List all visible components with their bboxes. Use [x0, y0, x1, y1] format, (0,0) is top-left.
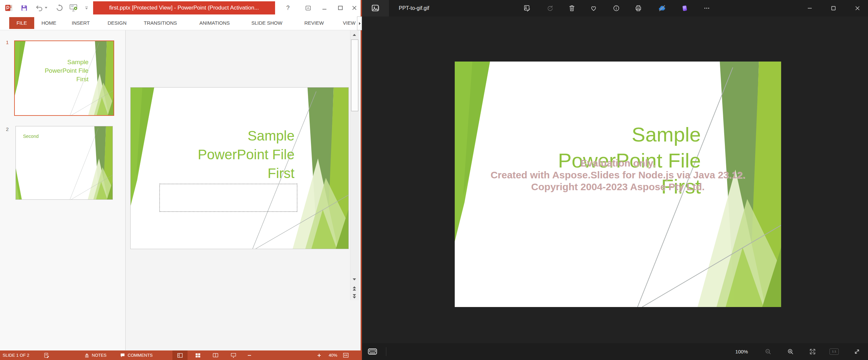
slide-show-view-button[interactable]: [226, 351, 241, 360]
clipchamp-button[interactable]: [678, 1, 692, 16]
heart-icon: [590, 5, 597, 12]
photos-app-icon: [371, 4, 380, 13]
previous-slide-button[interactable]: [350, 285, 359, 292]
tab-animations[interactable]: ANIMATIONS: [199, 16, 230, 30]
slides-panel: 1 Sample PowerPoint File F: [0, 30, 126, 351]
rotate-icon: [546, 5, 553, 12]
minimize-button[interactable]: [318, 0, 331, 16]
actual-size-icon: 1:1: [830, 349, 839, 355]
zoom-out-button[interactable]: [247, 351, 251, 360]
delete-button[interactable]: [565, 1, 579, 16]
edit-image-button[interactable]: [520, 1, 534, 16]
scroll-up-button[interactable]: [350, 31, 359, 38]
slide-2-thumbnail-title: Second: [23, 133, 38, 139]
favorite-button[interactable]: [586, 1, 601, 16]
ribbon-display-options-button[interactable]: [301, 0, 315, 16]
zoom-in-icon: [787, 348, 794, 355]
slide-title-text[interactable]: Sample PowerPoint File First: [198, 126, 294, 183]
info-icon: [613, 5, 620, 12]
photos-close-button[interactable]: [847, 0, 868, 17]
tab-design[interactable]: DESIGN: [107, 16, 127, 30]
scroll-down-button[interactable]: [350, 276, 359, 283]
tab-home[interactable]: HOME: [41, 16, 56, 30]
photos-bottom-bar: 100% 1:1: [362, 343, 868, 360]
repeat-button[interactable]: [54, 2, 65, 14]
tab-slide-show[interactable]: SLIDE SHOW: [251, 16, 282, 30]
tab-view[interactable]: VIEW: [343, 16, 355, 30]
maximize-icon: [831, 6, 836, 10]
photos-maximize-button[interactable]: [823, 0, 844, 17]
bottom-bar-divider: [386, 347, 386, 356]
powerpoint-logo-icon: [3, 2, 15, 14]
spell-check-button[interactable]: [44, 351, 49, 360]
tab-insert[interactable]: INSERT: [72, 16, 90, 30]
file-info-button[interactable]: [609, 1, 623, 16]
zoom-in-button[interactable]: [317, 351, 321, 360]
double-chevron-up-icon: [353, 289, 356, 291]
edit-image-icon: [524, 5, 531, 12]
comments-button[interactable]: COMMENTS: [120, 351, 153, 360]
onedrive-status-button[interactable]: [655, 1, 669, 16]
photos-minimize-button[interactable]: [800, 0, 820, 17]
reading-view-icon: [213, 353, 218, 358]
tab-transitions[interactable]: TRANSITIONS: [144, 16, 177, 30]
subtitle-placeholder[interactable]: [159, 184, 298, 212]
slide-canvas[interactable]: Sample PowerPoint File First: [130, 87, 349, 249]
double-chevron-down-icon: [353, 294, 356, 296]
chevron-right-icon: [359, 22, 361, 25]
tab-review[interactable]: REVIEW: [304, 16, 324, 30]
slide-show-icon: [231, 353, 236, 358]
fit-slide-to-window-button[interactable]: [343, 351, 349, 360]
triangle-down-icon: [353, 278, 356, 280]
save-button[interactable]: [19, 2, 29, 14]
filmstrip-toggle-button[interactable]: [365, 345, 380, 358]
editor-scrollbar-thumb[interactable]: [351, 39, 358, 111]
double-chevron-up-icon: [353, 286, 356, 288]
slide-2-number: 2: [6, 126, 8, 132]
filmstrip-toggle-icon: [368, 348, 377, 355]
minus-icon: [247, 353, 251, 357]
photos-window: PPT-to-gif.gif: [362, 0, 868, 360]
slide-1-thumbnail-title: Sample PowerPoint File First: [45, 58, 89, 84]
close-button[interactable]: [348, 0, 361, 16]
maximize-button[interactable]: [334, 0, 347, 16]
slide-indicator: SLIDE 1 OF 2: [3, 351, 29, 360]
tab-file[interactable]: FILE: [9, 17, 34, 29]
notes-button[interactable]: NOTES: [84, 351, 106, 360]
see-more-button[interactable]: [700, 1, 714, 16]
delete-icon: [568, 5, 576, 12]
zoom-percent[interactable]: 40%: [324, 351, 337, 360]
photos-gallery-button[interactable]: [362, 0, 389, 17]
spell-check-icon: [44, 353, 49, 358]
slide-2-thumbnail[interactable]: Second: [16, 126, 113, 200]
notes-icon: [84, 353, 90, 358]
triangle-up-icon: [353, 34, 356, 36]
clipchamp-icon: [681, 5, 688, 12]
tab-scroll-right-button[interactable]: [357, 17, 362, 30]
photos-zoom-percent: 100%: [731, 343, 752, 360]
start-slideshow-button[interactable]: [67, 2, 80, 14]
print-button[interactable]: [631, 1, 646, 16]
fit-to-window-icon: [809, 348, 816, 355]
actual-size-button[interactable]: 1:1: [827, 345, 841, 358]
slide-1-number: 1: [6, 39, 8, 45]
zoom-out-icon: [765, 348, 772, 355]
fit-to-window-button[interactable]: [805, 345, 819, 358]
ellipsis-icon: [704, 5, 710, 11]
slide-sorter-view-button[interactable]: [190, 351, 205, 360]
customize-quick-access-button[interactable]: [83, 2, 90, 14]
undo-button[interactable]: [34, 2, 49, 14]
rotate-button[interactable]: [542, 1, 557, 16]
undo-dropdown-caret[interactable]: [45, 7, 48, 9]
photos-zoom-in-button[interactable]: [783, 345, 798, 358]
print-icon: [635, 5, 642, 12]
reading-view-button[interactable]: [208, 351, 223, 360]
photos-fullscreen-button[interactable]: [849, 345, 864, 358]
screen: first.pptx [Protected View] - PowerPoint…: [0, 0, 868, 360]
help-button[interactable]: ?: [282, 0, 293, 16]
normal-view-button[interactable]: [173, 351, 188, 360]
window-title: first.pptx [Protected View] - PowerPoint…: [93, 1, 275, 14]
next-slide-button[interactable]: [350, 293, 359, 299]
photos-zoom-out-button[interactable]: [761, 345, 775, 358]
slide-1-thumbnail[interactable]: Sample PowerPoint File First: [14, 40, 114, 116]
